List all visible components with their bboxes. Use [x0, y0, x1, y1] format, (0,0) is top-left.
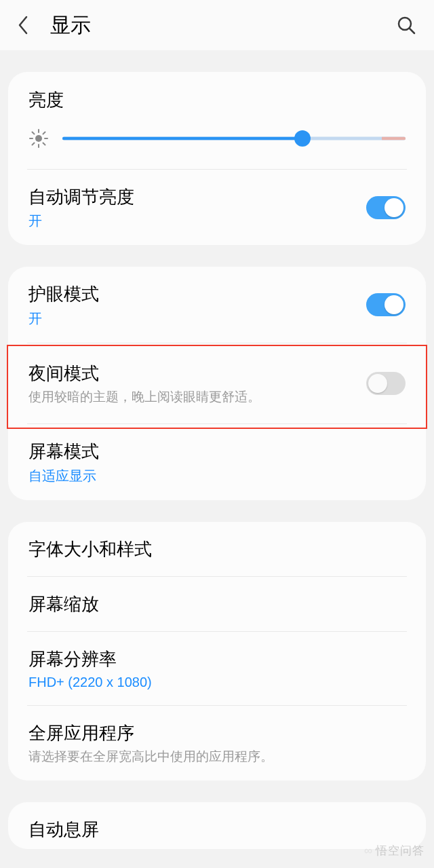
svg-line-10 — [43, 132, 45, 134]
fullscreen-title: 全屏应用程序 — [28, 721, 406, 745]
screen-mode-value: 自适应显示 — [28, 467, 406, 485]
auto-off-card: 自动息屏 — [8, 802, 426, 848]
screen-mode-title: 屏幕模式 — [28, 439, 406, 464]
zoom-title: 屏幕缩放 — [28, 592, 99, 616]
svg-line-1 — [410, 29, 414, 33]
svg-line-7 — [33, 132, 35, 134]
screen-mode-row[interactable]: 屏幕模式 自适应显示 — [8, 424, 426, 499]
page-title: 显示 — [50, 12, 395, 39]
auto-off-row[interactable]: 自动息屏 — [8, 802, 426, 848]
auto-brightness-status: 开 — [28, 212, 366, 230]
night-mode-row[interactable]: 夜间模式 使用较暗的主题，晚上阅读眼睛更舒适。 — [8, 343, 426, 423]
night-mode-toggle[interactable] — [366, 372, 406, 395]
back-button[interactable] — [16, 14, 30, 37]
search-button[interactable] — [395, 14, 418, 37]
watermark-icon: ∞ — [364, 844, 373, 858]
brightness-slider[interactable] — [62, 132, 406, 145]
resolution-value: FHD+ (2220 x 1080) — [28, 675, 406, 690]
auto-brightness-toggle[interactable] — [366, 196, 406, 219]
fullscreen-desc: 请选择要在全屏宽高比中使用的应用程序。 — [28, 748, 406, 766]
resolution-title: 屏幕分辨率 — [28, 647, 406, 671]
fullscreen-apps-row[interactable]: 全屏应用程序 请选择要在全屏宽高比中使用的应用程序。 — [8, 706, 426, 780]
eye-comfort-row[interactable]: 护眼模式 开 — [8, 267, 426, 342]
zoom-row[interactable]: 屏幕缩放 — [8, 577, 426, 631]
eye-comfort-title: 护眼模式 — [28, 282, 366, 306]
brightness-section: 亮度 — [8, 72, 426, 169]
font-title: 字体大小和样式 — [28, 537, 152, 561]
search-icon — [396, 15, 416, 35]
eye-comfort-toggle[interactable] — [366, 293, 406, 316]
brightness-label: 亮度 — [28, 88, 406, 112]
chevron-left-icon — [18, 16, 28, 35]
auto-brightness-title: 自动调节亮度 — [28, 185, 366, 209]
watermark: ∞悟空问答 — [364, 843, 425, 858]
auto-brightness-row[interactable]: 自动调节亮度 开 — [8, 170, 426, 245]
sun-icon — [28, 128, 49, 149]
night-mode-title: 夜间模式 — [28, 361, 366, 385]
brightness-card: 亮度 — [8, 72, 426, 245]
auto-off-title: 自动息屏 — [28, 817, 99, 842]
svg-point-2 — [35, 135, 42, 142]
eye-comfort-status: 开 — [28, 309, 366, 328]
app-header: 显示 — [0, 0, 434, 50]
display-modes-card: 护眼模式 开 夜间模式 使用较暗的主题，晚上阅读眼睛更舒适。 屏幕模式 自适应显… — [8, 267, 426, 499]
display-settings-card: 字体大小和样式 屏幕缩放 屏幕分辨率 FHD+ (2220 x 1080) 全屏… — [8, 522, 426, 781]
svg-line-8 — [43, 143, 45, 145]
font-row[interactable]: 字体大小和样式 — [8, 522, 426, 576]
resolution-row[interactable]: 屏幕分辨率 FHD+ (2220 x 1080) — [8, 632, 426, 704]
night-mode-desc: 使用较暗的主题，晚上阅读眼睛更舒适。 — [28, 388, 366, 406]
svg-line-9 — [33, 143, 35, 145]
